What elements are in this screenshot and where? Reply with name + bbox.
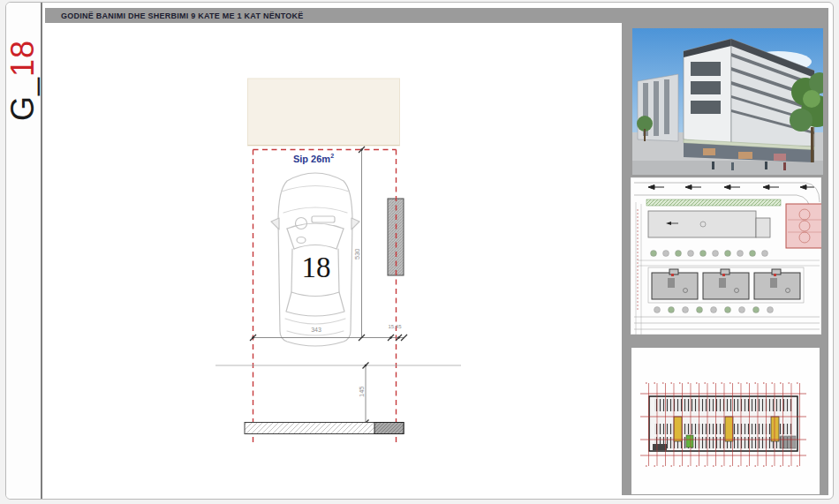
parking-space-number: 18 — [281, 252, 351, 283]
sports-court — [786, 204, 821, 248]
basement-plan-thumbnail — [631, 348, 820, 494]
sheet-label-strip: G_18 — [6, 3, 42, 499]
sheet-label-number: 18 — [5, 40, 42, 77]
sheet-label-prefix: G_ — [5, 77, 42, 121]
dim-width-label: 343 — [290, 327, 343, 333]
bottom-wall — [245, 423, 404, 434]
drawing-sheet: G_18 GODINË BANIMI DHE SHERBIMI 9 KATE M… — [5, 2, 834, 500]
dim-column-offsets-label: 15,45 — [377, 324, 412, 329]
dim-depth-label: 530 — [354, 241, 361, 267]
sheet-label: G_18 — [6, 27, 40, 133]
tree-row — [654, 307, 774, 313]
drawing-title: GODINË BANIMI DHE SHERBIMI 9 KATE ME 1 K… — [61, 11, 304, 20]
site-plan-thumbnail — [631, 177, 821, 335]
building-3d-render-thumbnail — [632, 28, 823, 175]
dim-front-clearance-label: 145 — [359, 379, 366, 405]
aisle-zone — [248, 79, 400, 146]
area-label: Sip 26m2 — [266, 153, 361, 164]
reference-panel-rail — [622, 8, 828, 495]
